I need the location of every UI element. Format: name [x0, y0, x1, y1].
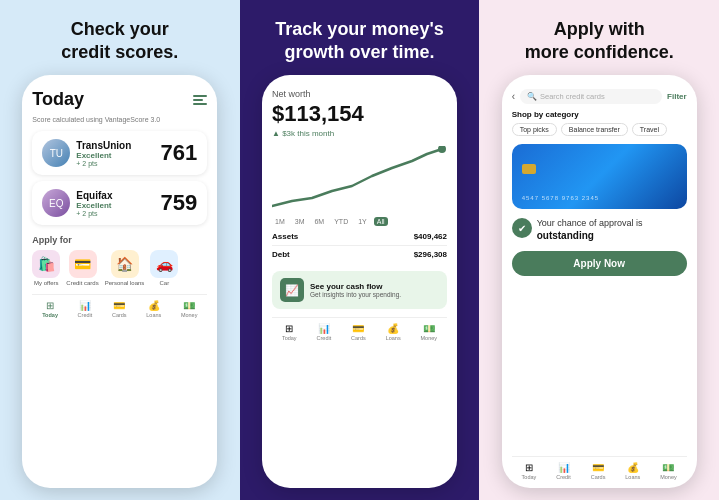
score-subtext: Score calculated using VantageScore 3.0 — [32, 116, 207, 123]
panel-net-worth: Track your money's growth over time. Net… — [240, 0, 480, 500]
pill-balance-transfer[interactable]: Balance transfer — [561, 123, 628, 136]
apply-item-loans[interactable]: 🏠 Personal loans — [105, 250, 145, 286]
score-number-2: 759 — [161, 190, 198, 216]
search-header: ‹ 🔍 Search credit cards Filter — [512, 89, 687, 104]
cash-flow-title: See your cash flow — [310, 282, 401, 291]
net-worth-chart — [272, 146, 447, 211]
assets-value: $409,462 — [414, 232, 447, 241]
menu-icon[interactable] — [193, 95, 207, 105]
nav-cards[interactable]: 💳 Cards — [112, 300, 127, 318]
score-rating-1: Excellent — [76, 151, 131, 160]
panel-apply: Apply with more confidence. ‹ 🔍 Search c… — [479, 0, 719, 500]
bureau-name-1: TransUnion — [76, 140, 131, 151]
bureau-name-2: Equifax — [76, 190, 112, 201]
credit-card-image: 4547 5678 9763 2345 — [512, 144, 687, 209]
chart-tab-row: 1M 3M 6M YTD 1Y All — [272, 217, 447, 226]
phone-frame-1: Today Score calculated using VantageScor… — [22, 75, 217, 488]
search-bar[interactable]: 🔍 Search credit cards — [520, 89, 662, 104]
cash-flow-card[interactable]: 📈 See your cash flow Get insights into y… — [272, 271, 447, 309]
nav-cards-3[interactable]: 💳 Cards — [591, 462, 606, 480]
apply-for-label: Apply for — [32, 235, 207, 245]
cash-flow-subtitle: Get insights into your spending. — [310, 291, 401, 298]
panel-credit-scores: Check your credit scores. Today Score ca… — [0, 0, 240, 500]
panel1-title: Check your credit scores. — [61, 18, 178, 63]
apply-now-button[interactable]: Apply Now — [512, 251, 687, 276]
today-label: Today — [32, 89, 84, 110]
score-pts-1: + 2 pts — [76, 160, 131, 167]
net-worth-label: Net worth — [272, 89, 447, 99]
cash-flow-icon: 📈 — [280, 278, 304, 302]
nav-credit-2[interactable]: 📊 Credit — [317, 323, 332, 341]
assets-label: Assets — [272, 232, 298, 241]
debt-label: Debt — [272, 250, 290, 259]
net-worth-change: ▲ $3k this month — [272, 129, 447, 138]
score-pts-2: + 2 pts — [76, 210, 112, 217]
approval-section: ✔ Your chance of approval is outstanding — [512, 217, 687, 241]
back-icon[interactable]: ‹ — [512, 91, 515, 102]
nav-credit[interactable]: 📊 Credit — [78, 300, 93, 318]
transunion-card: TU TransUnion Excellent + 2 pts 761 — [32, 131, 207, 175]
shop-by-category: Shop by category — [512, 110, 687, 119]
nav-money-3[interactable]: 💵 Money — [660, 462, 677, 480]
score-number-1: 761 — [161, 140, 198, 166]
card-chip — [522, 164, 536, 174]
transunion-icon: TU — [42, 139, 70, 167]
score-rating-2: Excellent — [76, 201, 112, 210]
phone-frame-3: ‹ 🔍 Search credit cards Filter Shop by c… — [502, 75, 697, 488]
panel2-title: Track your money's growth over time. — [275, 18, 443, 63]
tab-ytd[interactable]: YTD — [331, 217, 351, 226]
category-pills: Top picks Balance transfer Travel — [512, 123, 687, 136]
nav-today-3[interactable]: ⊞ Today — [522, 462, 537, 480]
approval-rating: outstanding — [537, 230, 643, 241]
phone-frame-2: Net worth $113,154 ▲ $3k this month 1M 3… — [262, 75, 457, 488]
tab-6m[interactable]: 6M — [311, 217, 327, 226]
equifax-card: EQ Equifax Excellent + 2 pts 759 — [32, 181, 207, 225]
apply-item-offers[interactable]: 🛍️ My offers — [32, 250, 60, 286]
nav-loans-2[interactable]: 💰 Loans — [386, 323, 401, 341]
nav-money[interactable]: 💵 Money — [181, 300, 198, 318]
assets-row: Assets $409,462 — [272, 232, 447, 246]
nav-cards-2[interactable]: 💳 Cards — [351, 323, 366, 341]
net-worth-value: $113,154 — [272, 101, 447, 127]
apply-section: Apply for 🛍️ My offers 💳 Credit cards 🏠 … — [32, 235, 207, 286]
filter-button[interactable]: Filter — [667, 92, 687, 101]
nav-loans-3[interactable]: 💰 Loans — [625, 462, 640, 480]
pill-top-picks[interactable]: Top picks — [512, 123, 557, 136]
search-placeholder: Search credit cards — [540, 92, 605, 101]
pill-travel[interactable]: Travel — [632, 123, 667, 136]
approval-text: Your chance of approval is — [537, 217, 643, 230]
tab-1y[interactable]: 1Y — [355, 217, 370, 226]
equifax-icon: EQ — [42, 189, 70, 217]
panel3-title: Apply with more confidence. — [525, 18, 674, 63]
card-number: 4547 5678 9763 2345 — [522, 195, 599, 201]
tab-all[interactable]: All — [374, 217, 388, 226]
tab-3m[interactable]: 3M — [292, 217, 308, 226]
nav-credit-3[interactable]: 📊 Credit — [556, 462, 571, 480]
search-icon: 🔍 — [527, 92, 537, 101]
debt-value: $296,308 — [414, 250, 447, 259]
debt-row: Debt $296,308 — [272, 250, 447, 263]
apply-item-car[interactable]: 🚗 Car — [150, 250, 178, 286]
nav-loans[interactable]: 💰 Loans — [146, 300, 161, 318]
tab-1m[interactable]: 1M — [272, 217, 288, 226]
nav-today-2[interactable]: ⊞ Today — [282, 323, 297, 341]
nav-today[interactable]: ⊞ Today — [42, 300, 58, 318]
nav-money-2[interactable]: 💵 Money — [421, 323, 438, 341]
apply-item-cards[interactable]: 💳 Credit cards — [66, 250, 98, 286]
svg-point-0 — [438, 146, 446, 153]
approval-check-icon: ✔ — [512, 218, 532, 238]
